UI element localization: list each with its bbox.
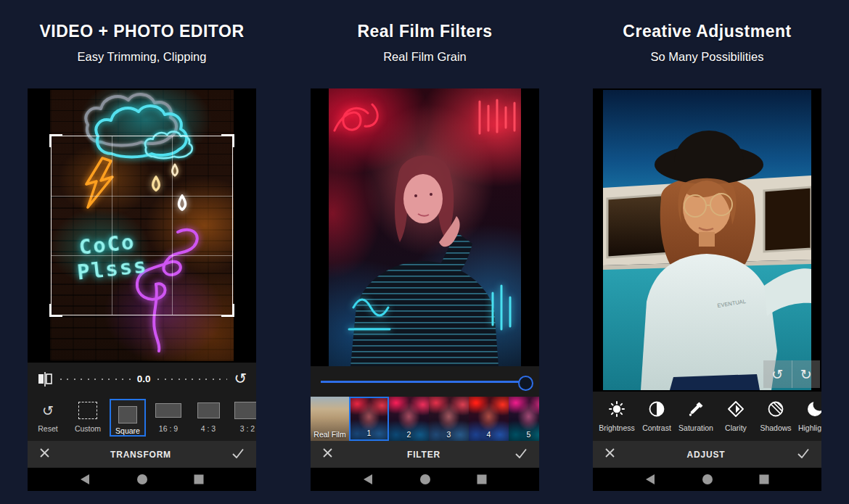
aspect-label: 16 : 9	[149, 424, 188, 433]
filter-thumb-5[interactable]: 5	[509, 397, 539, 441]
panel-filter: Real Film Filters Real Film Grain	[311, 0, 539, 504]
red-neon-scribble	[335, 104, 377, 131]
close-icon[interactable]	[322, 447, 333, 461]
header-2: Real Film Filters Real Film Grain	[311, 0, 539, 80]
adjust-highlights[interactable]: Highlights	[795, 392, 821, 441]
panel-adjust: Creative Adjustment So Many Possibilitie…	[593, 0, 821, 504]
phone-screen-transform: CoCo Plsss	[28, 88, 256, 491]
adjust-label: Saturation	[676, 424, 715, 432]
flip-horizontal-icon[interactable]	[37, 372, 54, 387]
filter-label: 1	[350, 429, 387, 437]
contrast-icon	[637, 394, 676, 424]
tool-bar: ADJUST	[593, 441, 821, 468]
aspect-label: Custom	[68, 424, 107, 433]
recents-icon[interactable]	[760, 475, 769, 484]
rotate-icon[interactable]: ↺	[234, 371, 247, 387]
custom-crop-icon	[68, 398, 107, 423]
slider-thumb[interactable]	[518, 376, 533, 391]
portrait-artwork	[329, 88, 521, 366]
home-icon[interactable]	[420, 474, 430, 484]
header-1: VIDEO + PHOTO EDITOR Easy Trimming, Clip…	[28, 0, 256, 80]
phone-screen-adjust: EVENTUAL ↺ ↻	[593, 88, 821, 491]
header-3: Creative Adjustment So Many Possibilitie…	[593, 0, 821, 80]
ratio-4-3-icon	[189, 398, 228, 423]
slider-track[interactable]	[321, 381, 523, 383]
aspect-option-reset[interactable]: ↺ Reset	[28, 395, 67, 441]
crop-corner-handle[interactable]	[49, 134, 62, 147]
saturation-icon	[676, 394, 715, 424]
android-nav-bar	[28, 468, 256, 491]
android-nav-bar	[311, 468, 539, 491]
adjust-saturation[interactable]: Saturation	[676, 392, 715, 441]
crop-corner-handle[interactable]	[221, 304, 234, 317]
aspect-option-square-selected[interactable]: Square	[110, 399, 146, 437]
close-icon[interactable]	[604, 447, 615, 461]
confirm-check-icon[interactable]	[231, 448, 245, 461]
adjust-clarity[interactable]: Clarity	[716, 392, 755, 441]
aspect-label: Reset	[28, 424, 67, 433]
filter-label: Real Film	[311, 430, 349, 439]
recents-icon[interactable]	[477, 475, 487, 484]
photo-canvas	[311, 88, 539, 366]
adjust-label: Contrast	[637, 424, 676, 432]
rotation-value: 0.0	[137, 373, 151, 384]
clarity-icon	[716, 394, 755, 424]
van-artwork: EVENTUAL	[603, 90, 811, 390]
back-icon[interactable]	[646, 474, 655, 484]
confirm-check-icon[interactable]	[514, 448, 528, 461]
adjust-label: Shadows	[756, 424, 795, 432]
home-icon[interactable]	[137, 474, 147, 484]
confirm-check-icon[interactable]	[797, 448, 810, 461]
rotation-ticks[interactable]	[60, 379, 131, 380]
filter-thumb-2[interactable]: 2	[389, 397, 429, 441]
filter-intensity-slider	[311, 366, 539, 397]
recents-icon[interactable]	[194, 475, 204, 484]
aspect-option-16-9[interactable]: 16 : 9	[149, 395, 188, 441]
panel-title: Creative Adjustment	[593, 22, 821, 41]
shadows-icon	[756, 394, 795, 424]
phone-screen-filter: Real Film 1 2 3 4	[311, 88, 539, 491]
filter-thumb-3[interactable]: 3	[429, 397, 469, 441]
brightness-icon	[597, 394, 636, 424]
tool-bar: FILTER	[311, 441, 539, 468]
panel-subtitle: Real Film Grain	[311, 50, 539, 64]
aspect-label: 4 : 3	[189, 424, 228, 433]
undo-icon[interactable]: ↺	[763, 360, 792, 388]
reset-icon: ↺	[28, 398, 67, 423]
filter-label: 2	[389, 430, 429, 439]
crop-corner-handle[interactable]	[221, 134, 234, 147]
redo-icon[interactable]: ↻	[792, 360, 821, 388]
filter-thumb-1-selected[interactable]: 1	[349, 397, 389, 441]
highlights-icon	[795, 394, 821, 424]
tool-name: ADJUST	[687, 450, 726, 460]
home-icon[interactable]	[702, 474, 713, 484]
filter-label: 4	[469, 430, 509, 439]
adjustment-row: Brightness Contrast	[593, 392, 821, 441]
aspect-option-4-3[interactable]: 4 : 3	[189, 395, 228, 441]
rotation-dial: 0.0 ↺	[28, 363, 256, 395]
rotation-ticks[interactable]	[157, 379, 228, 380]
aspect-option-3-2[interactable]: 3 : 2	[228, 395, 256, 441]
filter-thumb-4[interactable]: 4	[469, 397, 509, 441]
back-icon[interactable]	[364, 474, 372, 484]
close-icon[interactable]	[39, 447, 50, 461]
neck	[699, 232, 715, 247]
adjust-shadows[interactable]: Shadows	[756, 392, 795, 441]
aspect-option-custom[interactable]: Custom	[68, 395, 107, 441]
crop-corner-handle[interactable]	[49, 304, 62, 317]
tool-name: TRANSFORM	[110, 450, 171, 460]
adjust-contrast[interactable]: Contrast	[637, 392, 676, 441]
aspect-label: 3 : 2	[228, 424, 256, 433]
adjust-label: Highlights	[795, 424, 821, 432]
neon-portrait-photo	[329, 88, 521, 366]
cyan-neon-vertical	[493, 286, 510, 329]
adjust-brightness[interactable]: Brightness	[597, 392, 636, 441]
red-neon-sign	[480, 100, 514, 133]
back-icon[interactable]	[81, 474, 89, 484]
panel-title: Real Film Filters	[311, 22, 539, 41]
ratio-3-2-icon	[228, 398, 256, 423]
aspect-ratio-row: ↺ Reset Custom Square 16 : 9	[28, 395, 256, 441]
crop-frame[interactable]	[51, 136, 233, 315]
filter-strip: Real Film 1 2 3 4	[311, 397, 539, 441]
filter-thumb-real-film[interactable]: Real Film	[311, 397, 349, 441]
